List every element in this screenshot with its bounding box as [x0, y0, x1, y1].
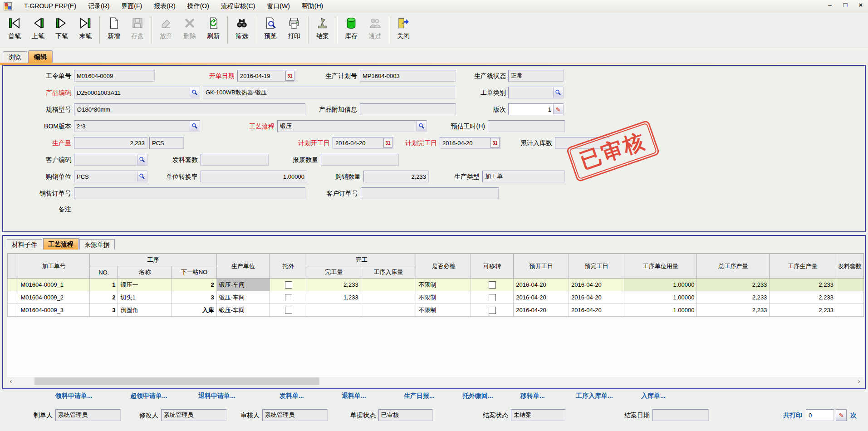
grid-cell[interactable]: 2016-04-20 — [569, 291, 624, 304]
grid-cell[interactable]: M01604-0009_3 — [18, 304, 90, 317]
menu-item[interactable]: 帮助(H) — [296, 1, 329, 10]
lookup-icon[interactable] — [137, 155, 147, 165]
checkbox[interactable] — [489, 294, 496, 301]
grid-cell[interactable]: 锻压-车间 — [216, 279, 270, 291]
lookup-icon[interactable] — [190, 88, 199, 98]
qty-unit-field[interactable]: PCS — [149, 137, 184, 149]
grid-cell[interactable]: 1.00000 — [624, 279, 696, 291]
product-code-field[interactable]: D250001003A11 — [74, 87, 200, 98]
customer-code-field[interactable] — [74, 154, 147, 166]
scroll-right-icon[interactable]: › — [854, 377, 863, 386]
tab-materials[interactable]: 材料子件 — [7, 239, 42, 250]
prod-type-field[interactable]: 加工单 — [482, 171, 565, 182]
sales-qty-field[interactable]: 2,233 — [363, 171, 429, 182]
qty-field[interactable]: 2,233 — [74, 137, 147, 149]
doc-link[interactable]: 退料单... — [342, 392, 366, 400]
calendar-icon[interactable]: 31 — [490, 138, 500, 148]
grid-cell[interactable] — [307, 304, 361, 317]
grid-cell[interactable] — [471, 291, 514, 304]
est-hours-field[interactable] — [488, 120, 565, 132]
grid-cell[interactable]: 2016-04-20 — [514, 304, 569, 317]
grid-cell[interactable] — [361, 279, 416, 291]
plan-no-field[interactable]: MP1604-0003 — [360, 70, 456, 82]
plan-start-field[interactable]: 2016-04-2031 — [333, 137, 393, 149]
上笔-button[interactable]: 上笔 — [26, 15, 50, 44]
关闭-button[interactable]: 关闭 — [392, 15, 415, 44]
grid-cell[interactable] — [270, 304, 307, 317]
grid-cell[interactable] — [270, 291, 307, 304]
结案-button[interactable]: 结案 — [311, 15, 334, 44]
grid-cell[interactable]: 入库 — [172, 304, 217, 317]
lookup-icon[interactable] — [417, 121, 426, 131]
grid-cell[interactable]: 1.00000 — [624, 304, 696, 317]
grid-cell[interactable]: M01604-0009_2 — [18, 291, 90, 304]
grid-cell[interactable]: 不限制 — [416, 291, 471, 304]
product-name-field[interactable]: GK-100WB散热器-锻压 — [203, 87, 455, 98]
checkbox[interactable] — [285, 307, 292, 314]
restore-button[interactable]: □ — [841, 1, 850, 9]
筛选-button[interactable]: 筛选 — [230, 15, 254, 44]
sales-order-no-field[interactable] — [74, 187, 305, 199]
calendar-icon[interactable]: 31 — [285, 71, 294, 81]
grid-cell[interactable] — [270, 279, 307, 291]
menu-item[interactable]: 界面(F) — [115, 1, 148, 10]
首笔-button[interactable]: 首笔 — [3, 15, 26, 44]
grid-cell[interactable]: 倒圆角 — [118, 304, 172, 317]
order-type-field[interactable] — [508, 87, 564, 98]
sales-unit-field[interactable]: PCS — [74, 171, 147, 182]
grid-cell[interactable]: 2 — [172, 279, 217, 291]
grid-cell[interactable] — [361, 291, 416, 304]
doc-link[interactable]: 生产日报... — [404, 392, 435, 400]
menu-item[interactable]: T-GROUP ERP(E) — [18, 1, 82, 10]
grid-cell[interactable] — [836, 291, 863, 304]
grid-cell[interactable] — [471, 279, 514, 291]
checkbox[interactable] — [489, 281, 496, 289]
doc-link[interactable]: 工序入库单... — [576, 392, 613, 400]
lookup-icon[interactable] — [137, 171, 147, 181]
scroll-left-icon[interactable]: ‹ — [6, 377, 15, 386]
grid-cell[interactable]: M01604-0009_1 — [18, 279, 90, 291]
doc-link[interactable]: 发料单... — [280, 392, 304, 400]
close-button[interactable]: × — [856, 1, 865, 9]
grid-cell[interactable]: 2,233 — [697, 291, 770, 304]
bom-version-field[interactable]: 2*3 — [74, 120, 200, 132]
scrollbar-thumb[interactable] — [34, 377, 319, 385]
lookup-icon[interactable] — [553, 88, 563, 98]
打印-button[interactable]: 打印 — [282, 15, 306, 44]
预览-button[interactable]: 预览 — [259, 15, 282, 44]
grid-cell[interactable] — [836, 304, 863, 317]
doc-link[interactable]: 移转单... — [520, 392, 545, 400]
tab-browse[interactable]: 浏览 — [3, 51, 27, 63]
order-no-field[interactable]: M01604-0009 — [74, 70, 155, 82]
plan-finish-field[interactable]: 2016-04-2031 — [440, 137, 500, 149]
minimize-button[interactable]: – — [825, 1, 834, 9]
tab-source-docs[interactable]: 来源单据 — [79, 239, 115, 250]
doc-link[interactable]: 领料申请单... — [55, 392, 93, 400]
grid-cell[interactable]: 2,233 — [770, 304, 836, 317]
spec-field[interactable]: ∅180*80mm — [74, 103, 305, 115]
menu-item[interactable]: 窗口(W) — [261, 1, 296, 10]
line-status-field[interactable]: 正常 — [508, 70, 564, 82]
grid-cell[interactable]: 2,233 — [770, 279, 836, 291]
version-field[interactable]: 1✎ — [508, 103, 564, 115]
product-extra-field[interactable] — [360, 103, 456, 115]
lookup-icon[interactable] — [190, 121, 199, 131]
tab-edit[interactable]: 编辑 — [28, 50, 53, 63]
grid-cell[interactable]: 切头1 — [118, 291, 172, 304]
process-flow-field[interactable]: 锻压 — [277, 120, 427, 132]
grid-cell[interactable]: 锻压-车间 — [216, 291, 270, 304]
grid-cell[interactable]: 3 — [172, 291, 217, 304]
grid-cell[interactable]: 2016-04-20 — [514, 279, 569, 291]
grid-cell[interactable] — [471, 304, 514, 317]
grid-cell[interactable]: 2,233 — [697, 304, 770, 317]
grid-cell[interactable]: 2016-04-20 — [514, 291, 569, 304]
grid-cell[interactable]: 锻压一 — [118, 279, 172, 291]
grid-cell[interactable]: 2016-04-20 — [569, 279, 624, 291]
open-date-field[interactable]: 2016-04-1931 — [237, 70, 295, 82]
grid-cell[interactable]: 1,233 — [307, 291, 361, 304]
checkbox[interactable] — [489, 307, 496, 314]
grid-cell[interactable]: 1 — [89, 279, 118, 291]
grid-cell[interactable]: 2,233 — [307, 279, 361, 291]
下笔-button[interactable]: 下笔 — [50, 15, 74, 44]
pencil-lookup-icon[interactable]: ✎ — [553, 104, 563, 114]
